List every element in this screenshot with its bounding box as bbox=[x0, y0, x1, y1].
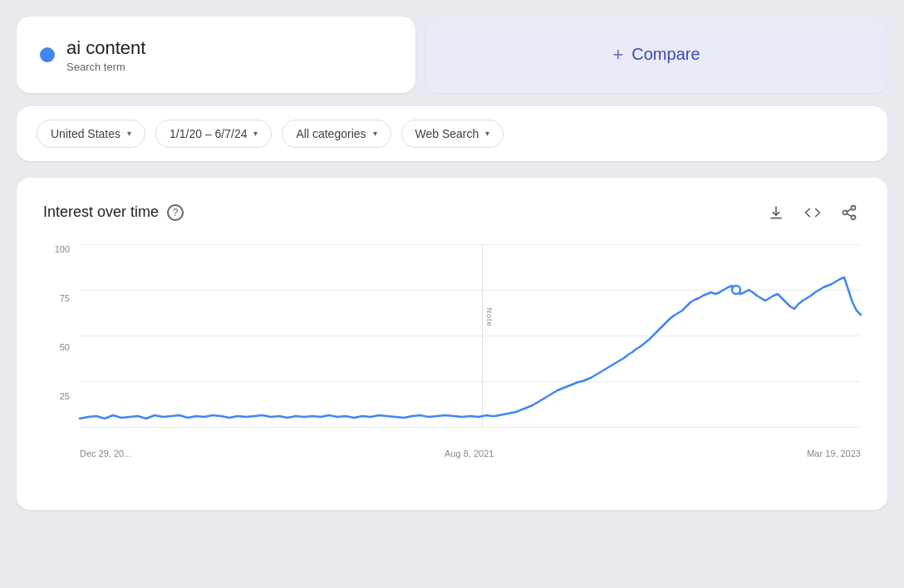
search-type-label: Web Search bbox=[415, 127, 479, 140]
search-term-label: Search term bbox=[66, 61, 145, 73]
search-term-text: ai content Search term bbox=[66, 37, 145, 73]
x-label-start: Dec 29, 20... bbox=[80, 448, 131, 458]
y-label-25: 25 bbox=[43, 391, 70, 401]
compare-card[interactable]: + Compare bbox=[425, 17, 887, 93]
chart-container: 100 75 50 25 Note bbox=[43, 244, 861, 477]
categories-chevron: ▾ bbox=[373, 129, 377, 138]
region-filter[interactable]: United States ▾ bbox=[37, 120, 145, 148]
share-button[interactable] bbox=[838, 201, 861, 224]
x-axis-labels: Dec 29, 20... Aug 8, 2021 Mar 19, 2023 bbox=[43, 448, 861, 458]
y-label-75: 75 bbox=[43, 293, 70, 303]
search-term-card: ai content Search term bbox=[17, 17, 415, 93]
y-axis-labels: 100 75 50 25 bbox=[43, 244, 70, 443]
search-term-dot bbox=[40, 47, 55, 62]
categories-filter[interactable]: All categories ▾ bbox=[282, 120, 391, 148]
svg-point-0 bbox=[852, 205, 856, 209]
embed-icon bbox=[804, 204, 821, 221]
trend-line-svg bbox=[80, 244, 861, 427]
region-chevron: ▾ bbox=[127, 129, 131, 138]
categories-label: All categories bbox=[296, 127, 366, 140]
chart-header: Interest over time ? bbox=[43, 201, 861, 224]
chart-title-area: Interest over time ? bbox=[43, 203, 184, 221]
search-type-filter[interactable]: Web Search ▾ bbox=[401, 120, 504, 148]
grid-line-0 bbox=[80, 427, 861, 428]
svg-line-3 bbox=[847, 213, 852, 216]
download-button[interactable] bbox=[764, 201, 788, 224]
chart-title: Interest over time bbox=[43, 203, 159, 221]
download-icon bbox=[768, 204, 784, 221]
svg-point-1 bbox=[843, 210, 848, 214]
date-range-chevron: ▾ bbox=[253, 129, 258, 138]
search-term-name: ai content bbox=[66, 37, 145, 61]
chart-area: 100 75 50 25 Note bbox=[43, 244, 861, 443]
x-label-mid: Aug 8, 2021 bbox=[445, 448, 494, 458]
y-label-50: 50 bbox=[43, 342, 70, 352]
filters-row: United States ▾ 1/1/20 – 6/7/24 ▾ All ca… bbox=[17, 106, 887, 161]
highlight-dot bbox=[732, 286, 740, 294]
chart-card: Interest over time ? bbox=[17, 178, 887, 510]
y-label-100: 100 bbox=[43, 244, 70, 254]
help-icon[interactable]: ? bbox=[167, 204, 184, 221]
x-label-end: Mar 19, 2023 bbox=[807, 448, 861, 458]
svg-line-4 bbox=[847, 208, 852, 211]
date-range-filter[interactable]: 1/1/20 – 6/7/24 ▾ bbox=[155, 120, 272, 148]
compare-label: Compare bbox=[631, 45, 700, 64]
date-range-label: 1/1/20 – 6/7/24 bbox=[170, 127, 247, 140]
chart-inner: Note bbox=[80, 244, 861, 427]
search-type-chevron: ▾ bbox=[485, 129, 489, 138]
embed-button[interactable] bbox=[801, 201, 824, 224]
region-label: United States bbox=[51, 127, 120, 140]
svg-point-2 bbox=[852, 215, 856, 219]
chart-actions bbox=[764, 201, 861, 224]
compare-plus-icon: + bbox=[612, 44, 623, 66]
share-icon bbox=[841, 204, 857, 221]
